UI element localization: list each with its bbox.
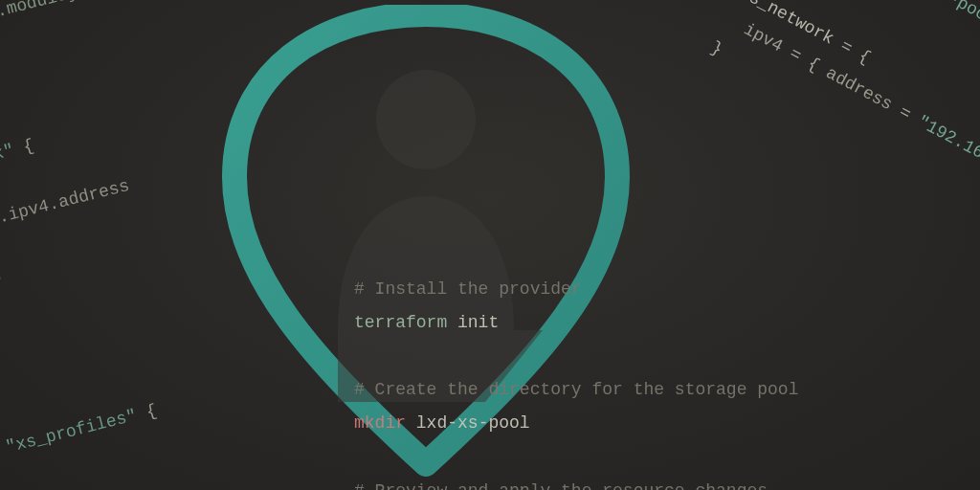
code-fragment-top-left: _pool.name .cwd}/${path.module}/${var.xs… [0,0,311,57]
svg-point-0 [376,70,476,169]
code-fragment-bottom-left: file" "xs_profiles" { [0,395,160,478]
code-fragment-top-right: xs_storage_pool = { name = "xs_storage_p… [704,0,980,254]
code-fragment-center: # Install the provider terraform init # … [354,273,798,490]
code-fragment-mid-left: twork" "xs_network" { = var.xs_network.i… [0,110,155,363]
